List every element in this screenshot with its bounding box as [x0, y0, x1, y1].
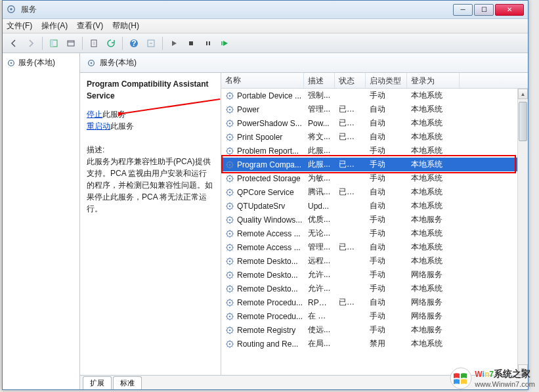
service-startup: 自动 [366, 104, 407, 115]
service-icon [225, 188, 234, 197]
back-button[interactable] [7, 36, 21, 51]
service-icon [225, 215, 234, 225]
svg-point-18 [229, 95, 231, 97]
service-desc: 管理... [304, 104, 335, 115]
show-hide-tree-button[interactable] [47, 36, 61, 51]
service-desc: Pow... [304, 119, 335, 128]
filters-button[interactable] [144, 36, 158, 51]
service-row[interactable]: PowerShadow S...Pow...已启动自动本地系统 [221, 116, 528, 130]
service-icon [225, 284, 234, 294]
service-row[interactable]: Protected Storage为敏...手动本地系统 [221, 171, 528, 185]
menu-action[interactable]: 操作(A) [41, 20, 68, 32]
service-row[interactable]: QTUpdateSrvUpd...自动本地系统 [221, 199, 528, 213]
service-row[interactable]: Routing and Re...在局...禁用本地系统 [221, 337, 528, 351]
properties-button[interactable] [87, 36, 101, 51]
maximize-button[interactable]: ☐ [474, 4, 494, 16]
stop-service-button[interactable] [184, 36, 198, 51]
service-desc: 优质... [304, 214, 335, 225]
service-row[interactable]: Remote Access ...管理...已启动自动本地系统 [221, 240, 528, 254]
service-row[interactable]: Remote Deskto...允许...手动网络服务 [221, 268, 528, 282]
service-logon: 本地系统 [407, 228, 460, 239]
svg-rect-3 [51, 40, 53, 47]
service-logon: 本地系统 [407, 90, 460, 101]
forward-button[interactable] [24, 36, 38, 51]
service-row[interactable]: Remote Deskto...远程...手动本地系统 [221, 254, 528, 268]
service-desc: 在局... [304, 338, 335, 349]
svg-point-1 [10, 8, 12, 11]
service-name: Routing and Re... [237, 339, 298, 349]
service-row[interactable]: Remote Procedu...RPC...已启动自动网络服务 [221, 295, 528, 309]
stop-service-link[interactable]: 停止 [87, 110, 102, 119]
svg-point-15 [91, 62, 93, 64]
tree-item-services-local[interactable]: 服务(本地) [5, 56, 77, 70]
svg-point-30 [229, 177, 231, 179]
service-desc: Upd... [304, 202, 335, 211]
service-row[interactable]: Remote Procedu...在 W...手动网络服务 [221, 309, 528, 323]
service-row[interactable]: Program Compa...此服...已启动手动本地系统 [221, 158, 528, 171]
service-name: Remote Registry [237, 326, 295, 335]
service-name: PowerShadow S... [237, 119, 302, 128]
service-icon [225, 174, 234, 183]
restart-service-link[interactable]: 重启动 [87, 121, 110, 131]
service-status: 已启动 [335, 159, 366, 170]
menu-file[interactable]: 文件(F) [7, 20, 32, 32]
restart-service-button[interactable] [218, 36, 232, 51]
svg-point-34 [229, 205, 231, 207]
tree-item-label: 服务(本地) [18, 57, 55, 68]
service-row[interactable]: Quality Windows...优质...手动本地服务 [221, 213, 528, 227]
svg-rect-4 [68, 41, 74, 46]
help-button[interactable]: ? [127, 36, 141, 51]
svg-point-13 [11, 62, 12, 64]
tab-standard[interactable]: 标准 [113, 376, 142, 389]
svg-point-44 [229, 274, 231, 276]
service-desc: RPC... [304, 298, 335, 307]
col-logon[interactable]: 登录为 [407, 73, 460, 88]
service-logon: 本地系统 [407, 283, 460, 294]
refresh-button[interactable] [104, 36, 118, 51]
vertical-scrollbar[interactable]: ▲ ▼ [517, 89, 528, 375]
svg-rect-9 [189, 41, 193, 45]
menu-view[interactable]: 查看(V) [77, 20, 103, 32]
service-row[interactable]: Print Spooler将文...已启动自动本地系统 [221, 130, 528, 144]
col-desc[interactable]: 描述 [304, 73, 335, 88]
service-row[interactable]: Problem Report...此服...手动本地系统 [221, 144, 528, 158]
export-button[interactable] [64, 36, 78, 51]
service-desc: 允许... [304, 269, 335, 280]
svg-point-32 [229, 191, 231, 193]
service-name: Quality Windows... [237, 215, 302, 225]
service-row[interactable]: Remote Access ...无论...手动本地系统 [221, 227, 528, 240]
col-startup[interactable]: 启动类型 [366, 73, 407, 88]
selected-service-title: Program Compatibility Assistant Service [87, 78, 214, 102]
service-name: Remote Procedu... [237, 312, 303, 321]
svg-rect-11 [209, 41, 210, 45]
start-service-button[interactable] [167, 36, 181, 51]
service-desc: 在 W... [304, 311, 335, 322]
service-row[interactable]: Portable Device ...强制...手动本地系统 [221, 89, 528, 102]
service-row[interactable]: QPCore Service腾讯...已启动自动本地系统 [221, 185, 528, 199]
col-status[interactable]: 状态 [335, 73, 366, 88]
service-name: Print Spooler [237, 133, 282, 142]
titlebar[interactable]: 服务 ─ ☐ ✕ [3, 1, 528, 19]
pause-service-button[interactable] [201, 36, 215, 51]
service-logon: 本地系统 [407, 255, 460, 267]
tab-extended[interactable]: 扩展 [83, 376, 112, 389]
scroll-up-button[interactable]: ▲ [518, 89, 528, 99]
svg-point-54 [229, 343, 231, 345]
service-row[interactable]: Remote Deskto...允许...手动本地系统 [221, 282, 528, 295]
minimize-button[interactable]: ─ [453, 4, 473, 16]
scroll-thumb[interactable] [519, 102, 527, 141]
close-button[interactable]: ✕ [495, 4, 524, 16]
col-name[interactable]: 名称 [221, 73, 304, 88]
service-desc: 强制... [304, 90, 335, 101]
menu-help[interactable]: 帮助(H) [112, 20, 139, 32]
service-row[interactable]: Remote Registry使远...手动本地服务 [221, 323, 528, 337]
service-name: Remote Deskto... [237, 271, 298, 280]
service-name: Remote Access ... [237, 229, 301, 238]
service-row[interactable]: Power管理...已启动自动本地系统 [221, 102, 528, 116]
svg-point-28 [229, 163, 231, 165]
svg-rect-10 [206, 41, 207, 45]
service-logon: 本地系统 [407, 173, 460, 184]
services-list: 名称 描述 状态 启动类型 登录为 Portable Device ...强制.… [221, 73, 528, 375]
service-startup: 禁用 [366, 338, 407, 349]
service-logon: 网络服务 [407, 297, 460, 308]
